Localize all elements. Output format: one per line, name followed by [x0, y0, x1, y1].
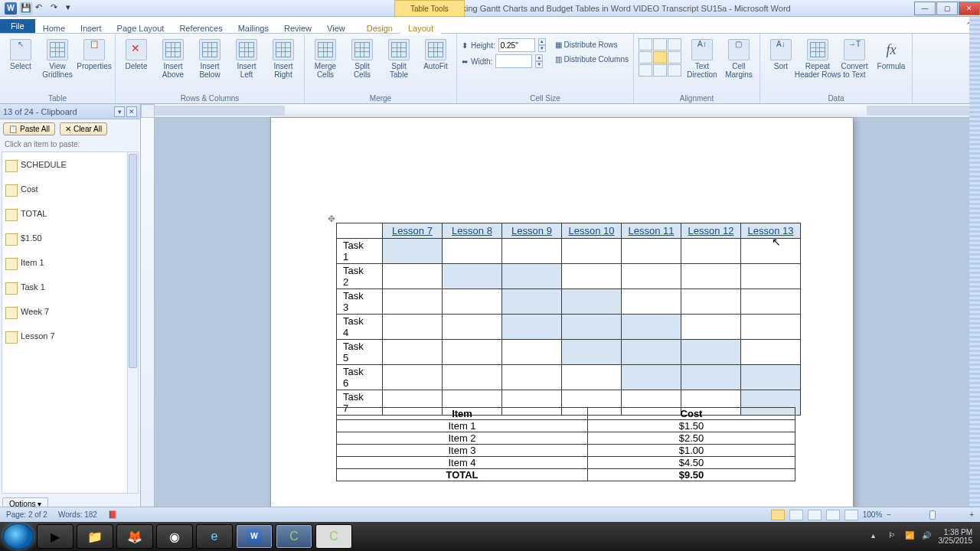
gantt-cell[interactable]	[443, 289, 502, 315]
cell-margins-button[interactable]: ▢Cell Margins	[723, 36, 755, 79]
insert-below-button[interactable]: Insert Below	[194, 36, 226, 79]
clipboard-item[interactable]: SCHEDULE	[2, 152, 138, 177]
autofit-button[interactable]: AutoFit	[420, 36, 452, 70]
tray-action-center-icon[interactable]: 🏳	[888, 531, 899, 542]
tray-clock[interactable]: 1:38 PM 3/25/2015	[939, 528, 973, 545]
gantt-cell[interactable]	[741, 264, 801, 289]
height-spinner[interactable]: ▲▼	[538, 38, 546, 52]
gantt-cell[interactable]	[622, 264, 681, 289]
select-button[interactable]: ↖Select	[5, 36, 37, 70]
width-spinner[interactable]: ▲▼	[535, 54, 543, 68]
convert-to-text-button[interactable]: →TConvert to Text	[838, 36, 871, 79]
gantt-cell[interactable]	[741, 239, 801, 264]
gantt-cell[interactable]	[383, 289, 443, 315]
merge-cells-button[interactable]: Merge Cells	[309, 36, 341, 79]
view-full-screen-button[interactable]	[789, 510, 803, 520]
height-input[interactable]	[498, 38, 535, 52]
task-explorer[interactable]: 📁	[77, 524, 113, 549]
gantt-cell[interactable]	[443, 264, 502, 289]
clipboard-item[interactable]: Lesson 7	[2, 324, 138, 348]
gantt-cell[interactable]	[502, 289, 562, 315]
gantt-cell[interactable]	[562, 315, 622, 340]
tab-file[interactable]: File	[0, 19, 35, 33]
budget-cell[interactable]: $4.50	[587, 457, 795, 469]
gantt-cell[interactable]	[681, 340, 741, 365]
budget-cell[interactable]: $1.00	[587, 445, 795, 457]
gantt-cell[interactable]	[502, 239, 562, 264]
formula-button[interactable]: fxFormula	[875, 36, 907, 70]
gantt-cell[interactable]	[502, 315, 562, 340]
document-editor[interactable]: ✥ Lesson 7Lesson 8Lesson 9Lesson 10Lesso…	[141, 104, 980, 513]
zoom-level[interactable]: 100%	[863, 510, 883, 519]
budget-total-cell[interactable]: TOTAL	[337, 469, 588, 481]
gantt-cell[interactable]	[443, 365, 502, 390]
gantt-cell[interactable]	[562, 239, 622, 264]
tray-show-hidden-icon[interactable]: ▴	[871, 531, 882, 542]
zoom-out-button[interactable]: −	[887, 510, 891, 519]
distribute-columns-button[interactable]: ▥ Distribute Columns	[555, 55, 629, 64]
paste-all-button[interactable]: 📋Paste All	[3, 122, 55, 135]
gantt-cell[interactable]	[741, 365, 801, 390]
insert-right-button[interactable]: Insert Right	[267, 36, 299, 79]
maximize-button[interactable]: ▢	[936, 2, 958, 15]
gantt-cell[interactable]	[622, 315, 681, 340]
clipboard-close-icon[interactable]: ✕	[126, 106, 137, 117]
save-icon[interactable]: 💾	[20, 2, 32, 15]
budget-cell[interactable]: Item 3	[337, 445, 588, 457]
gantt-cell[interactable]	[562, 340, 622, 365]
view-outline-button[interactable]	[826, 510, 840, 520]
budget-table[interactable]: Item Cost Item 1$1.50Item 2$2.50Item 3$1…	[336, 407, 795, 481]
gantt-cell[interactable]	[681, 264, 741, 289]
gantt-cell[interactable]	[681, 239, 741, 264]
properties-button[interactable]: 📋Properties	[78, 36, 110, 70]
redo-icon[interactable]: ↷	[51, 2, 63, 15]
delete-button[interactable]: Delete	[120, 36, 152, 70]
repeat-header-button[interactable]: Repeat Header Rows	[802, 36, 834, 79]
budget-cell[interactable]: Item 1	[337, 420, 588, 432]
budget-cell[interactable]: $2.50	[587, 432, 795, 445]
clipboard-item[interactable]: $1.50	[2, 226, 138, 250]
vertical-scrollbar[interactable]	[969, 17, 980, 507]
view-draft-button[interactable]	[844, 510, 858, 520]
gantt-cell[interactable]	[443, 239, 502, 264]
clipboard-item[interactable]: Week 7	[2, 299, 138, 324]
zoom-in-button[interactable]: +	[969, 510, 974, 519]
sort-button[interactable]: A↓Sort	[765, 36, 797, 70]
table-move-handle-icon[interactable]: ✥	[328, 214, 337, 223]
width-input[interactable]	[495, 54, 532, 68]
gantt-cell[interactable]	[562, 289, 622, 315]
insert-above-button[interactable]: Insert Above	[157, 36, 189, 79]
gantt-cell[interactable]	[681, 289, 741, 315]
distribute-rows-button[interactable]: ▦ Distribute Rows	[555, 41, 629, 49]
gantt-cell[interactable]	[383, 315, 443, 340]
budget-cell[interactable]: Item 2	[337, 432, 588, 445]
budget-cell[interactable]: $1.50	[587, 420, 795, 432]
split-cells-button[interactable]: Split Cells	[346, 36, 378, 79]
view-web-layout-button[interactable]	[808, 510, 822, 520]
gantt-cell[interactable]	[502, 264, 562, 289]
clipboard-menu-icon[interactable]: ▾	[114, 106, 125, 117]
gantt-cell[interactable]	[502, 365, 562, 390]
clipboard-item[interactable]: Task 1	[2, 275, 138, 299]
start-button[interactable]	[3, 523, 34, 549]
clear-all-button[interactable]: ✕Clear All	[60, 122, 107, 135]
task-camtasia-rec[interactable]: C	[276, 524, 312, 549]
status-words[interactable]: Words: 182	[58, 510, 97, 519]
alignment-grid[interactable]	[639, 38, 681, 77]
proofing-icon[interactable]: 📕	[108, 510, 117, 519]
horizontal-ruler[interactable]	[155, 104, 980, 118]
tray-volume-icon[interactable]: 🔊	[922, 531, 933, 542]
clipboard-item[interactable]: Cost	[2, 177, 138, 201]
undo-icon[interactable]: ↶	[35, 2, 47, 15]
task-ie[interactable]: e	[196, 524, 233, 549]
gantt-cell[interactable]	[622, 239, 681, 264]
gantt-cell[interactable]	[681, 365, 741, 390]
gantt-cell[interactable]	[383, 239, 443, 264]
task-word[interactable]: W	[236, 524, 273, 549]
minimize-button[interactable]: —	[914, 2, 936, 15]
task-camtasia[interactable]: C	[315, 524, 352, 549]
gantt-cell[interactable]	[681, 315, 741, 340]
gantt-cell[interactable]	[562, 365, 622, 390]
gantt-cell[interactable]	[383, 340, 443, 365]
insert-left-button[interactable]: Insert Left	[230, 36, 263, 79]
